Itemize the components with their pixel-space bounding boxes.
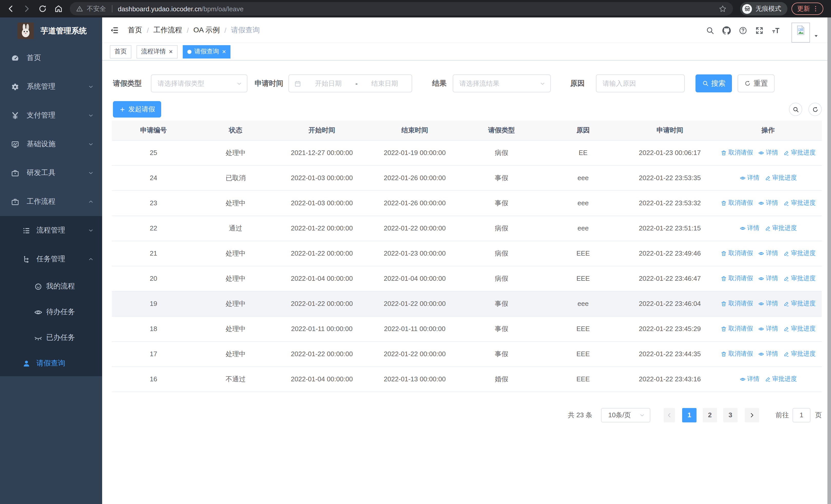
sidebar-item-请假查询[interactable]: 请假查询	[0, 351, 102, 376]
browser-reload-icon[interactable]	[38, 4, 47, 13]
action-cancel-link[interactable]: 取消请假	[721, 148, 753, 157]
action-detail-link[interactable]: 详情	[739, 174, 760, 182]
address-divider	[112, 5, 112, 12]
sidebar-collapse-icon[interactable]	[110, 26, 119, 35]
cell-type: 事假	[462, 341, 541, 366]
leave-type-select[interactable]	[151, 75, 248, 92]
table-row: 21处理中2022-01-22 00:00:002022-01-23 00:00…	[112, 241, 822, 266]
result-label: 结果	[432, 79, 447, 88]
sidebar-item-待办任务[interactable]: 待办任务	[0, 299, 102, 325]
cell-status: 处理中	[195, 140, 276, 165]
action-detail-link[interactable]: 详情	[758, 324, 778, 333]
action-detail-link[interactable]: 详情	[758, 350, 778, 358]
action-cancel-link[interactable]: 取消请假	[721, 274, 753, 283]
action-detail-link[interactable]: 详情	[739, 224, 760, 233]
action-cancel-link[interactable]: 取消请假	[721, 249, 753, 258]
tab-请假查询[interactable]: 请假查询×	[182, 45, 230, 58]
cell-end: 2022-01-26 00:00:00	[368, 165, 462, 190]
action-cancel-link[interactable]: 取消请假	[721, 324, 753, 333]
reset-button[interactable]: 重置	[738, 75, 775, 92]
action-progress-link[interactable]: 审批进度	[765, 224, 797, 233]
avatar-caret-down-icon[interactable]	[813, 33, 819, 38]
user-avatar[interactable]	[792, 22, 810, 42]
action-cancel-link[interactable]: 取消请假	[721, 350, 753, 358]
action-progress-link[interactable]: 审批进度	[783, 299, 815, 308]
goto-page-input[interactable]	[793, 408, 810, 422]
workflow-submenu: 流程管理任务管理我的流程待办任务已办任务请假查询	[0, 216, 102, 376]
prev-page-button[interactable]	[664, 408, 675, 422]
sidebar-item-已办任务[interactable]: 已办任务	[0, 325, 102, 351]
sidebar-item-首页[interactable]: 首页	[0, 43, 102, 72]
page-size-select[interactable]: 10条/页	[601, 408, 650, 422]
pagination: 共 23 条 10条/页 123 前往 页	[102, 408, 831, 422]
tab-首页[interactable]: 首页	[110, 45, 132, 58]
scrollbar[interactable]	[827, 18, 831, 504]
close-icon[interactable]: ×	[222, 48, 226, 55]
breadcrumb-item-请假查询: 请假查询	[231, 26, 260, 35]
apply-time-range-picker[interactable]: 开始日期 - 结束日期	[288, 75, 412, 92]
close-icon[interactable]: ×	[169, 48, 173, 55]
sidebar-item-支付管理[interactable]: 支付管理	[0, 101, 102, 130]
not-secure-label: 不安全	[87, 4, 106, 13]
result-select-input[interactable]	[453, 80, 550, 87]
sidebar-item-流程管理[interactable]: 流程管理	[0, 216, 102, 245]
breadcrumb-item-首页[interactable]: 首页	[128, 26, 142, 35]
action-detail-link[interactable]: 详情	[758, 299, 778, 308]
sidebar-item-任务管理[interactable]: 任务管理	[0, 245, 102, 273]
action-progress-link[interactable]: 审批进度	[765, 375, 797, 383]
result-select[interactable]	[453, 75, 551, 92]
refresh-table-button[interactable]	[808, 102, 822, 116]
sidebar-item-工作流程[interactable]: 工作流程	[0, 187, 102, 216]
action-cancel-link[interactable]: 取消请假	[721, 199, 753, 207]
bookmark-star-icon[interactable]	[719, 5, 727, 13]
page-button-3[interactable]: 3	[723, 408, 738, 422]
tab-流程详情[interactable]: 流程详情×	[137, 45, 177, 58]
fullscreen-icon[interactable]	[755, 26, 764, 35]
action-detail-link[interactable]: 详情	[758, 274, 778, 283]
cell-actions: 取消请假详情审批进度	[715, 291, 822, 316]
browser-menu-dots-icon[interactable]	[812, 5, 819, 12]
browser-back-icon[interactable]	[6, 4, 16, 13]
address-bar[interactable]: 不安全 dashboard.yudao.iocoder.cn/bpm/oa/le…	[70, 2, 733, 16]
app-logo-row[interactable]: 芋道管理系统	[18, 22, 102, 39]
browser-forward-icon[interactable]	[22, 4, 31, 13]
reason-input[interactable]	[596, 80, 684, 87]
breadcrumb-item-工作流程[interactable]: 工作流程	[153, 26, 182, 35]
sidebar-item-研发工具[interactable]: 研发工具	[0, 158, 102, 187]
next-page-button[interactable]	[745, 408, 759, 422]
action-cancel-link[interactable]: 取消请假	[721, 299, 753, 308]
page-button-1[interactable]: 1	[682, 408, 696, 422]
browser-home-icon[interactable]	[54, 4, 63, 13]
leave-type-select-input[interactable]	[151, 80, 247, 87]
search-icon	[702, 80, 709, 87]
action-detail-link[interactable]: 详情	[758, 148, 778, 157]
end-date-placeholder[interactable]: 结束日期	[357, 79, 412, 88]
sidebar-item-我的流程[interactable]: 我的流程	[0, 273, 102, 299]
action-progress-link[interactable]: 审批进度	[783, 274, 815, 283]
action-progress-link[interactable]: 审批进度	[783, 148, 815, 157]
browser-update-button[interactable]: 更新	[792, 3, 823, 15]
help-icon[interactable]	[739, 26, 747, 35]
action-progress-link[interactable]: 审批进度	[765, 174, 797, 182]
sidebar-item-基础设施[interactable]: 基础设施	[0, 130, 102, 158]
github-icon[interactable]	[722, 26, 731, 35]
page-button-2[interactable]: 2	[703, 408, 717, 422]
reason-input-box[interactable]	[596, 75, 685, 92]
cell-id: 21	[112, 241, 195, 266]
create-leave-button[interactable]: 发起请假	[113, 101, 161, 118]
action-progress-link[interactable]: 审批进度	[783, 324, 815, 333]
start-date-placeholder[interactable]: 开始日期	[301, 79, 355, 88]
sidebar-item-系统管理[interactable]: 系统管理	[0, 72, 102, 101]
search-button[interactable]: 搜索	[695, 75, 732, 92]
search-icon[interactable]	[706, 26, 715, 35]
action-progress-link[interactable]: 审批进度	[783, 350, 815, 358]
action-detail-link[interactable]: 详情	[758, 199, 778, 207]
font-size-icon[interactable]	[771, 26, 780, 35]
action-progress-link[interactable]: 审批进度	[783, 199, 815, 207]
eye-icon	[758, 150, 764, 156]
action-detail-link[interactable]: 详情	[739, 375, 760, 383]
breadcrumb-item-OA 示例[interactable]: OA 示例	[194, 26, 220, 35]
toggle-search-button[interactable]	[789, 102, 802, 116]
action-progress-link[interactable]: 审批进度	[783, 249, 815, 258]
action-detail-link[interactable]: 详情	[758, 249, 778, 258]
